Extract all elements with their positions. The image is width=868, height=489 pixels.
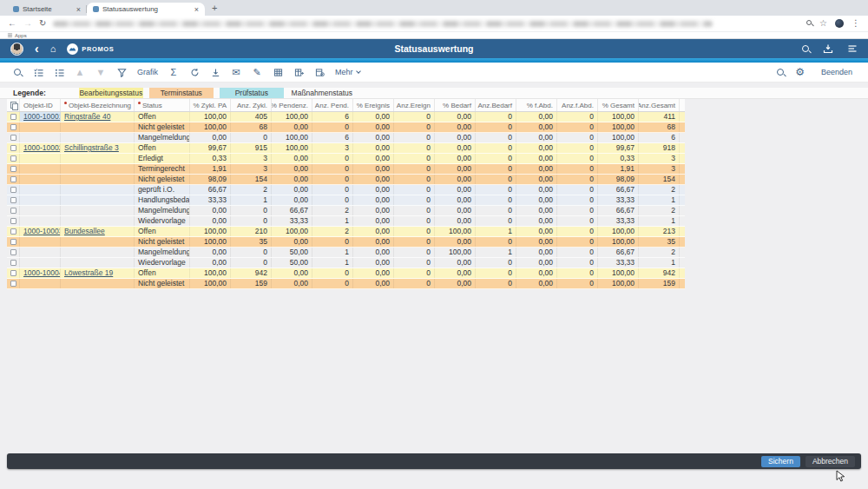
table-settings-icon[interactable]: [309, 63, 330, 82]
column-header[interactable]: Anz.Gesamt: [639, 99, 680, 111]
value-cell: 0,00: [516, 195, 557, 205]
row-checkbox[interactable]: [7, 185, 20, 195]
sort-up-icon[interactable]: ▲: [69, 63, 90, 82]
row-checkbox[interactable]: [7, 279, 20, 288]
column-header[interactable]: Anz.f.Abd.: [557, 99, 598, 111]
status-cell: Mangelmeldung: [135, 206, 190, 215]
object-id-link[interactable]: 1000-10004: [23, 268, 61, 277]
column-header-label: % Bedarf: [443, 102, 471, 109]
profile-avatar[interactable]: [835, 19, 844, 28]
row-checkbox[interactable]: [7, 227, 20, 236]
search-icon[interactable]: [777, 69, 784, 76]
value-cell: 0: [231, 206, 272, 215]
object-id-link[interactable]: 1000-10002: [23, 143, 61, 152]
table-icon[interactable]: [267, 63, 288, 82]
column-header[interactable]: % Gesamt: [598, 99, 639, 111]
menu-dots-icon[interactable]: ⋮: [852, 19, 860, 28]
zoom-icon[interactable]: [7, 63, 28, 82]
object-id-link[interactable]: 1000-10003: [23, 227, 61, 235]
row-checkbox[interactable]: [7, 154, 20, 163]
value-cell: 66,67: [272, 206, 312, 215]
sum-icon[interactable]: Σ: [163, 63, 184, 82]
value-cell: 0,00: [353, 237, 394, 247]
column-header[interactable]: Status: [135, 99, 190, 111]
star-icon[interactable]: ☆: [819, 19, 827, 28]
value-cell: 100,00: [598, 268, 639, 278]
row-checkbox[interactable]: [7, 112, 20, 122]
object-id-link[interactable]: 1000-10001: [23, 112, 61, 121]
row-checkbox[interactable]: [7, 237, 20, 247]
filter-icon[interactable]: [111, 63, 132, 82]
checkbox-icon: [10, 197, 16, 203]
email-icon[interactable]: ✉: [226, 63, 247, 82]
row-checkbox[interactable]: [7, 216, 20, 226]
new-tab-button[interactable]: +: [212, 3, 217, 13]
column-header[interactable]: Objekt-ID: [20, 99, 61, 111]
apps-bookmark[interactable]: Apps: [15, 33, 27, 38]
grafik-button[interactable]: Grafik: [132, 63, 163, 82]
object-name-link[interactable]: Löwestraße 19: [64, 268, 113, 277]
value-cell: 0: [394, 279, 435, 288]
browser-tab-statusauswertung[interactable]: Statusauswertung ×: [87, 3, 205, 16]
forward-icon[interactable]: →: [23, 19, 32, 28]
search-icon[interactable]: [802, 45, 809, 52]
column-header[interactable]: Anz. Zykl.: [231, 99, 272, 111]
search-icon[interactable]: [806, 20, 812, 27]
row-checkbox[interactable]: [7, 175, 20, 184]
download-icon[interactable]: [205, 63, 226, 82]
back-icon[interactable]: ←: [8, 19, 16, 28]
sort-down-icon[interactable]: ▼: [90, 63, 111, 82]
value-cell: 411: [639, 112, 680, 122]
select-all-button[interactable]: [7, 99, 20, 111]
settings-gear-icon[interactable]: ⚙: [795, 67, 805, 77]
row-checkbox[interactable]: [7, 133, 20, 142]
url-input[interactable]: [53, 21, 713, 27]
row-checkbox[interactable]: [7, 268, 20, 278]
column-header[interactable]: Anz.Bedarf: [476, 99, 516, 111]
row-checkbox[interactable]: [7, 195, 20, 205]
column-header[interactable]: % Bedarf: [435, 99, 476, 111]
object-name-cell: [61, 258, 135, 268]
column-header[interactable]: % Pendenz.: [272, 99, 312, 111]
refresh-icon[interactable]: [184, 63, 205, 82]
value-cell: 0,00: [353, 216, 394, 226]
value-cell: 159: [639, 279, 680, 288]
tab-close-icon[interactable]: ×: [76, 6, 81, 13]
row-checkbox[interactable]: [7, 143, 20, 153]
mehr-button[interactable]: Mehr: [330, 63, 365, 82]
value-cell: 100,00: [272, 143, 312, 153]
download-icon[interactable]: [823, 43, 833, 54]
column-header[interactable]: % Ereignis: [353, 99, 394, 111]
object-name-link[interactable]: Ringstraße 40: [64, 112, 110, 121]
row-checkbox[interactable]: [7, 206, 20, 215]
object-name-link[interactable]: Bundesallee: [64, 227, 105, 235]
row-checkbox[interactable]: [7, 248, 20, 257]
list-icon[interactable]: [49, 63, 69, 82]
back-chevron-icon[interactable]: ‹: [35, 43, 39, 55]
list-icon[interactable]: [847, 43, 858, 54]
value-cell: 210: [231, 227, 272, 236]
table-row: Erledigt0,3330,0000,0000,0000,0000,333: [7, 154, 685, 164]
export-table-icon[interactable]: [288, 63, 309, 82]
column-header[interactable]: Anz. Pend.: [312, 99, 353, 111]
beenden-button[interactable]: Beenden: [816, 68, 858, 76]
column-header[interactable]: Objekt-Bezeichnung: [61, 99, 135, 111]
browser-tab-startseite[interactable]: Startseite ×: [7, 3, 87, 16]
object-name-link[interactable]: Schillingstraße 3: [64, 143, 119, 152]
save-button[interactable]: Sichern: [761, 456, 800, 467]
row-checkbox[interactable]: [7, 122, 20, 132]
user-avatar[interactable]: [10, 43, 23, 56]
tab-close-icon[interactable]: ×: [194, 6, 199, 13]
cancel-button[interactable]: Abbrechen: [806, 456, 855, 467]
column-header[interactable]: Anz.Ereign: [394, 99, 435, 111]
select-list-icon[interactable]: [28, 63, 49, 82]
value-cell: 0,00: [516, 248, 557, 257]
column-header[interactable]: % Zykl. PA: [190, 99, 231, 111]
home-icon[interactable]: ⌂: [50, 44, 56, 54]
row-checkbox[interactable]: [7, 258, 20, 268]
row-checkbox[interactable]: [7, 164, 20, 174]
reload-icon[interactable]: ↻: [39, 19, 46, 28]
value-cell: 0,00: [516, 185, 557, 195]
column-header[interactable]: % f.Abd.: [516, 99, 557, 111]
signature-icon[interactable]: ✎: [247, 63, 267, 82]
